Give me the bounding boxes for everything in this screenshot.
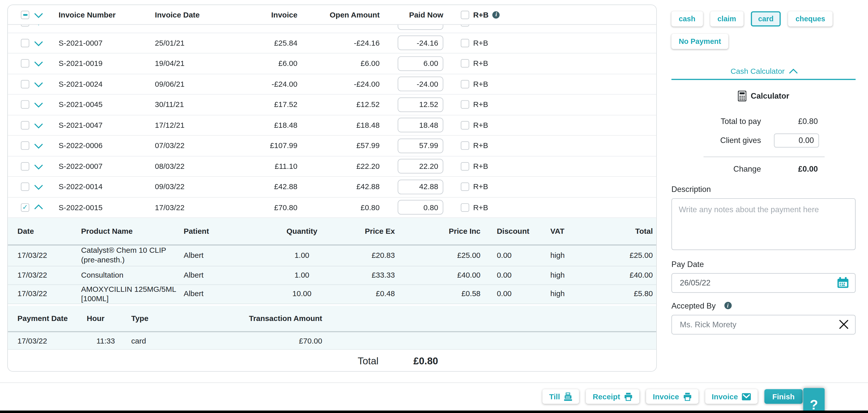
chevron-down-icon[interactable] (34, 140, 43, 149)
rb-checkbox[interactable] (461, 162, 469, 170)
item-product: Catalyst® Chem 10 CLIP (pre-anesth.) (81, 246, 184, 265)
invoice-number: S-2021-0045 (59, 100, 155, 109)
chevron-down-icon[interactable] (34, 181, 43, 190)
open-amount: £12.52 (298, 100, 380, 109)
invoice-date: 17/12/21 (155, 121, 228, 129)
chevron-down-icon[interactable] (34, 78, 43, 88)
row-checkbox[interactable] (21, 39, 29, 47)
paid-now-input[interactable] (398, 138, 443, 153)
select-all-checkbox[interactable] (21, 10, 29, 19)
col-invoice: Invoice (228, 10, 298, 19)
paid-now-input[interactable] (398, 97, 443, 112)
row-checkbox[interactable] (21, 141, 29, 150)
row-checkbox[interactable] (21, 203, 29, 212)
accepted-by-label: Accepted By (672, 301, 716, 310)
payment-method-cash[interactable]: cash (672, 11, 703, 26)
paid-now-input[interactable] (398, 200, 443, 215)
pay-date-input[interactable] (672, 273, 856, 293)
item-total: £25.00 (607, 251, 653, 260)
rb-checkbox[interactable] (461, 183, 469, 191)
item-vat: high (550, 290, 607, 299)
finish-button[interactable]: Finish (765, 389, 803, 404)
invoice-print-button[interactable]: Invoice (646, 389, 699, 404)
rb-checkbox[interactable] (461, 59, 469, 68)
rb-checkbox[interactable] (461, 80, 469, 88)
row-checkbox[interactable] (21, 183, 29, 191)
cash-calculator-toggle[interactable]: Cash Calculator (672, 67, 856, 76)
receipt-print-button[interactable]: Receipt (586, 389, 640, 404)
change-row: Change £0.00 (672, 164, 856, 173)
payment-method-claim[interactable]: claim (710, 11, 743, 26)
chevron-down-icon[interactable] (34, 9, 43, 18)
item-quantity: 1.00 (268, 251, 336, 260)
till-button[interactable]: Till (542, 389, 579, 404)
invoice-amount: £42.88 (228, 183, 298, 191)
col-quantity: Quantity (268, 227, 336, 235)
open-amount: £42.88 (298, 183, 380, 191)
rb-all-checkbox[interactable] (461, 10, 469, 19)
finish-button-label: Finish (772, 392, 795, 401)
footer-actions: Till Receipt Invoice (542, 389, 803, 404)
item-product: AMOXYCILLIN 125MG/5ML [100ML] (81, 285, 184, 304)
rb-label: R+B (473, 59, 488, 68)
rb-checkbox[interactable] (461, 203, 469, 212)
row-checkbox[interactable] (21, 100, 29, 109)
chevron-down-icon[interactable] (34, 99, 43, 108)
col-price-ex: Price Ex (336, 227, 395, 235)
payment-method-card[interactable]: card (751, 11, 781, 26)
row-checkbox[interactable] (21, 80, 29, 88)
calendar-icon[interactable] (837, 277, 849, 288)
invoice-number: S-2021-0019 (59, 59, 155, 68)
info-icon[interactable]: i (492, 11, 500, 18)
rb-label: R+B (473, 80, 488, 88)
chevron-up-icon[interactable] (34, 204, 43, 213)
invoice-amount: £70.80 (228, 203, 298, 212)
invoice-number: S-2022-0006 (59, 141, 155, 150)
rb-label: R+B (473, 203, 488, 212)
rb-checkbox[interactable] (461, 39, 469, 47)
invoice-email-button[interactable]: Invoice (705, 389, 758, 404)
rb-checkbox[interactable] (461, 121, 469, 129)
col-paid-now: Paid Now (398, 10, 443, 19)
rb-checkbox[interactable] (461, 141, 469, 150)
item-price-inc: £25.00 (395, 251, 480, 260)
calculator-label: Calculator (751, 91, 789, 100)
col-type: Type (131, 314, 182, 322)
col-price-inc: Price Inc (395, 227, 480, 235)
invoice-amount: £25.84 (228, 39, 298, 47)
payment-amount: £70.00 (182, 337, 322, 345)
description-textarea[interactable] (672, 198, 856, 250)
row-checkbox[interactable] (21, 59, 29, 68)
invoice-print-label: Invoice (653, 392, 679, 401)
paid-now-input[interactable] (398, 56, 443, 71)
rb-label: R+B (473, 39, 488, 47)
payment-method-cheques[interactable]: cheques (788, 11, 833, 26)
rb-checkbox[interactable] (461, 100, 469, 109)
rb-label: R+B (473, 183, 488, 191)
client-gives-input[interactable] (774, 133, 819, 147)
invoice-amount: -£24.00 (228, 80, 298, 88)
item-discount: 0.00 (497, 271, 542, 280)
help-button[interactable]: ? (803, 388, 825, 413)
invoice-table-header: Invoice Number Invoice Date Invoice Open… (8, 5, 656, 25)
paid-now-input[interactable] (398, 77, 443, 92)
info-icon[interactable]: i (724, 302, 732, 309)
accepted-by-input[interactable] (672, 315, 856, 335)
envelope-icon (742, 393, 751, 400)
receipt-button-label: Receipt (593, 392, 620, 401)
chevron-down-icon[interactable] (34, 58, 43, 67)
paid-now-input[interactable] (398, 118, 443, 133)
item-discount: 0.00 (497, 290, 542, 299)
payment-method-no-payment[interactable]: No Payment (672, 34, 728, 49)
printer-icon (683, 392, 691, 401)
row-checkbox[interactable] (21, 162, 29, 170)
chevron-down-icon[interactable] (34, 161, 43, 169)
clear-icon[interactable] (839, 319, 849, 329)
chevron-down-icon[interactable] (34, 37, 43, 46)
row-checkbox[interactable] (21, 121, 29, 129)
paid-now-input[interactable] (398, 180, 443, 194)
paid-now-input[interactable] (398, 159, 443, 174)
paid-now-input[interactable] (398, 35, 443, 50)
table-row: S-2021-0047 17/12/21 £18.48 £18.48 R+B (8, 115, 656, 136)
chevron-down-icon[interactable] (34, 120, 43, 129)
